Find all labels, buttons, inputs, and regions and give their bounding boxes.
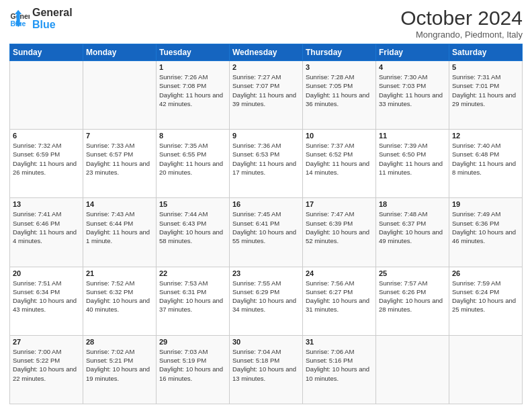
cell-info: Sunrise: 7:43 AMSunset: 6:44 PMDaylight:… — [86, 210, 153, 245]
cell-day-number: 19 — [452, 200, 519, 208]
cell-info: Sunrise: 7:45 AMSunset: 6:41 PMDaylight:… — [232, 210, 300, 245]
calendar-cell: 11Sunrise: 7:39 AMSunset: 6:50 PMDayligh… — [376, 130, 449, 198]
calendar-cell: 15Sunrise: 7:44 AMSunset: 6:43 PMDayligh… — [157, 198, 230, 267]
calendar-body: 1Sunrise: 7:26 AMSunset: 7:08 PMDaylight… — [10, 61, 523, 404]
calendar-cell: 6Sunrise: 7:32 AMSunset: 6:59 PMDaylight… — [10, 130, 83, 198]
header: General Blue General Blue October 2024 M… — [9, 7, 523, 40]
cell-info: Sunrise: 7:27 AMSunset: 7:07 PMDaylight:… — [232, 73, 300, 108]
cell-day-number: 27 — [13, 338, 80, 346]
cell-day-number: 5 — [452, 63, 519, 71]
cell-day-number: 1 — [159, 63, 226, 71]
weekday-header-sunday: Sunday — [10, 44, 83, 61]
cell-info: Sunrise: 7:41 AMSunset: 6:46 PMDaylight:… — [13, 210, 80, 245]
calendar-cell: 26Sunrise: 7:59 AMSunset: 6:24 PMDayligh… — [449, 267, 523, 335]
cell-day-number: 29 — [159, 338, 226, 346]
title-block: October 2024 Mongrando, Piedmont, Italy — [400, 7, 523, 40]
calendar-cell: 25Sunrise: 7:57 AMSunset: 6:26 PMDayligh… — [376, 267, 449, 335]
cell-info: Sunrise: 7:47 AMSunset: 6:39 PMDaylight:… — [306, 210, 373, 245]
calendar-cell: 12Sunrise: 7:40 AMSunset: 6:48 PMDayligh… — [449, 130, 523, 198]
month-title: October 2024 — [400, 7, 523, 30]
calendar-cell: 3Sunrise: 7:28 AMSunset: 7:05 PMDaylight… — [303, 61, 376, 130]
calendar-cell: 17Sunrise: 7:47 AMSunset: 6:39 PMDayligh… — [303, 198, 376, 267]
cell-day-number: 20 — [13, 269, 80, 277]
cell-day-number: 3 — [306, 63, 373, 71]
calendar-cell: 18Sunrise: 7:48 AMSunset: 6:37 PMDayligh… — [376, 198, 449, 267]
cell-info: Sunrise: 7:52 AMSunset: 6:32 PMDaylight:… — [86, 279, 153, 314]
calendar-cell — [376, 335, 449, 404]
cell-day-number: 13 — [13, 200, 80, 208]
cell-day-number: 30 — [232, 338, 300, 346]
calendar-cell: 7Sunrise: 7:33 AMSunset: 6:57 PMDaylight… — [83, 130, 157, 198]
calendar-cell: 20Sunrise: 7:51 AMSunset: 6:34 PMDayligh… — [10, 267, 83, 335]
cell-day-number: 18 — [379, 200, 446, 208]
cell-day-number: 14 — [86, 200, 153, 208]
cell-day-number: 9 — [232, 132, 300, 140]
calendar-cell: 13Sunrise: 7:41 AMSunset: 6:46 PMDayligh… — [10, 198, 83, 267]
cell-info: Sunrise: 7:06 AMSunset: 5:16 PMDaylight:… — [306, 347, 373, 383]
calendar-cell: 21Sunrise: 7:52 AMSunset: 6:32 PMDayligh… — [83, 267, 157, 335]
cell-info: Sunrise: 7:35 AMSunset: 6:55 PMDaylight:… — [159, 141, 226, 177]
cell-day-number: 7 — [86, 132, 153, 140]
calendar-week-4: 20Sunrise: 7:51 AMSunset: 6:34 PMDayligh… — [10, 267, 523, 335]
logo-icon: General Blue — [9, 9, 30, 29]
calendar-week-3: 13Sunrise: 7:41 AMSunset: 6:46 PMDayligh… — [10, 198, 523, 267]
cell-day-number: 24 — [306, 269, 373, 277]
calendar-page: General Blue General Blue October 2024 M… — [0, 0, 532, 411]
calendar-cell: 8Sunrise: 7:35 AMSunset: 6:55 PMDaylight… — [157, 130, 230, 198]
cell-day-number: 17 — [306, 200, 373, 208]
cell-info: Sunrise: 7:37 AMSunset: 6:52 PMDaylight:… — [306, 141, 373, 177]
cell-day-number: 21 — [86, 269, 153, 277]
cell-day-number: 16 — [232, 200, 300, 208]
calendar-cell: 10Sunrise: 7:37 AMSunset: 6:52 PMDayligh… — [303, 130, 376, 198]
calendar-cell — [83, 61, 157, 130]
location-subtitle: Mongrando, Piedmont, Italy — [400, 30, 523, 40]
cell-info: Sunrise: 7:31 AMSunset: 7:01 PMDaylight:… — [452, 73, 519, 108]
calendar-cell: 2Sunrise: 7:27 AMSunset: 7:07 PMDaylight… — [230, 61, 303, 130]
cell-info: Sunrise: 7:55 AMSunset: 6:29 PMDaylight:… — [232, 279, 300, 314]
calendar-cell: 16Sunrise: 7:45 AMSunset: 6:41 PMDayligh… — [230, 198, 303, 267]
cell-day-number: 26 — [452, 269, 519, 277]
cell-day-number: 4 — [379, 63, 446, 71]
cell-info: Sunrise: 7:02 AMSunset: 5:21 PMDaylight:… — [86, 347, 153, 383]
cell-info: Sunrise: 7:28 AMSunset: 7:05 PMDaylight:… — [306, 73, 373, 108]
cell-info: Sunrise: 7:40 AMSunset: 6:48 PMDaylight:… — [452, 141, 519, 177]
logo-text-blue: Blue — [32, 19, 73, 31]
cell-info: Sunrise: 7:59 AMSunset: 6:24 PMDaylight:… — [452, 279, 519, 314]
calendar-cell: 4Sunrise: 7:30 AMSunset: 7:03 PMDaylight… — [376, 61, 449, 130]
cell-day-number: 10 — [306, 132, 373, 140]
weekday-header-saturday: Saturday — [449, 44, 523, 61]
cell-info: Sunrise: 7:56 AMSunset: 6:27 PMDaylight:… — [306, 279, 373, 314]
cell-info: Sunrise: 7:32 AMSunset: 6:59 PMDaylight:… — [13, 141, 80, 177]
cell-info: Sunrise: 7:53 AMSunset: 6:31 PMDaylight:… — [159, 279, 226, 314]
cell-day-number: 22 — [159, 269, 226, 277]
calendar-cell: 27Sunrise: 7:00 AMSunset: 5:22 PMDayligh… — [10, 335, 83, 404]
cell-info: Sunrise: 7:03 AMSunset: 5:19 PMDaylight:… — [159, 347, 226, 383]
logo-text-general: General — [32, 7, 73, 19]
calendar-cell: 23Sunrise: 7:55 AMSunset: 6:29 PMDayligh… — [230, 267, 303, 335]
cell-info: Sunrise: 7:36 AMSunset: 6:53 PMDaylight:… — [232, 141, 300, 177]
cell-day-number: 23 — [232, 269, 300, 277]
calendar-week-2: 6Sunrise: 7:32 AMSunset: 6:59 PMDaylight… — [10, 130, 523, 198]
weekday-header-monday: Monday — [83, 44, 157, 61]
cell-day-number: 31 — [306, 338, 373, 346]
cell-day-number: 12 — [452, 132, 519, 140]
calendar-cell: 24Sunrise: 7:56 AMSunset: 6:27 PMDayligh… — [303, 267, 376, 335]
calendar-cell: 19Sunrise: 7:49 AMSunset: 6:36 PMDayligh… — [449, 198, 523, 267]
cell-info: Sunrise: 7:39 AMSunset: 6:50 PMDaylight:… — [379, 141, 446, 177]
calendar-cell: 9Sunrise: 7:36 AMSunset: 6:53 PMDaylight… — [230, 130, 303, 198]
calendar-cell — [449, 335, 523, 404]
cell-info: Sunrise: 7:57 AMSunset: 6:26 PMDaylight:… — [379, 279, 446, 314]
calendar-cell: 1Sunrise: 7:26 AMSunset: 7:08 PMDaylight… — [157, 61, 230, 130]
calendar-cell: 22Sunrise: 7:53 AMSunset: 6:31 PMDayligh… — [157, 267, 230, 335]
cell-day-number: 2 — [232, 63, 300, 71]
calendar-header-row: SundayMondayTuesdayWednesdayThursdayFrid… — [10, 44, 523, 61]
cell-info: Sunrise: 7:48 AMSunset: 6:37 PMDaylight:… — [379, 210, 446, 245]
calendar-cell: 28Sunrise: 7:02 AMSunset: 5:21 PMDayligh… — [83, 335, 157, 404]
calendar-cell — [10, 61, 83, 130]
cell-day-number: 15 — [159, 200, 226, 208]
calendar-cell: 30Sunrise: 7:04 AMSunset: 5:18 PMDayligh… — [230, 335, 303, 404]
calendar-cell: 5Sunrise: 7:31 AMSunset: 7:01 PMDaylight… — [449, 61, 523, 130]
calendar-cell: 14Sunrise: 7:43 AMSunset: 6:44 PMDayligh… — [83, 198, 157, 267]
cell-info: Sunrise: 7:44 AMSunset: 6:43 PMDaylight:… — [159, 210, 226, 245]
weekday-header-friday: Friday — [376, 44, 449, 61]
